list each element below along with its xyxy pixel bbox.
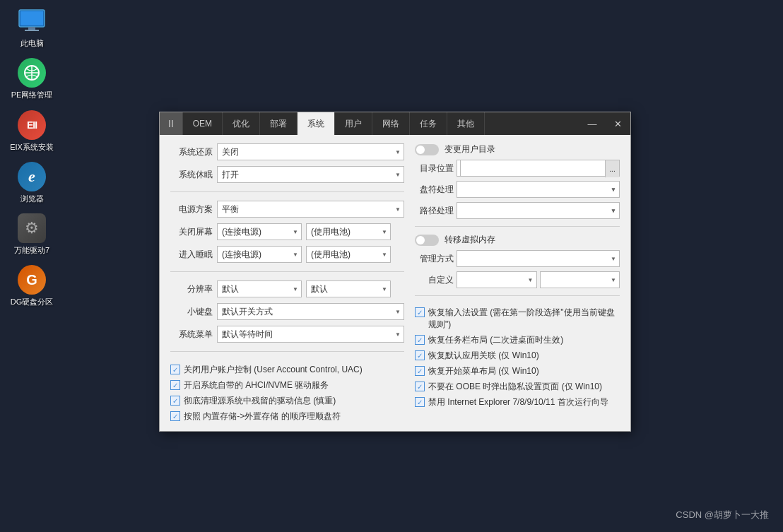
checkbox-ahci[interactable]: ✓ 开启系统自带的 AHCI/NVME 驱动服务: [170, 379, 404, 391]
checkbox-restore-input[interactable]: ✓ 恢复输入法设置 (需在第一阶段选择"使用当前键盘规则"): [415, 307, 620, 331]
sleep-row: 进入睡眠 (连接电源) (使用电池): [170, 246, 404, 263]
checkbox-no-oobe[interactable]: ✓ 不要在 OOBE 时弹出隐私设置页面 (仅 Win10): [415, 381, 620, 393]
user-dir-toggle[interactable]: [415, 144, 439, 155]
pe-network-icon-label: PE网络管理: [11, 90, 53, 100]
browser-icon-label: 浏览器: [20, 194, 44, 203]
desktop-icon-disk[interactable]: G DG硬盘分区: [7, 266, 57, 307]
custom-select1[interactable]: ▼: [457, 271, 537, 288]
checkbox-disable-ie[interactable]: ✓ 禁用 Internet Explorer 7/8/9/10/11 首次运行向…: [415, 396, 620, 408]
manage-select[interactable]: ▼: [457, 250, 620, 267]
window-controls: — ✕: [579, 112, 630, 135]
vram-toggle-row: 转移虚拟内存: [415, 234, 620, 246]
resolution-select2[interactable]: 默认: [306, 280, 391, 297]
checkbox-restore-taskbar-icon: ✓: [415, 335, 425, 345]
checkbox-storage-label: 按照 内置存储->外置存储 的顺序理顺盘符: [184, 410, 341, 422]
tab-deploy[interactable]: 部署: [260, 112, 298, 135]
path-handle-select[interactable]: ▼: [457, 202, 620, 219]
disk-handle-select[interactable]: ▼: [457, 181, 620, 198]
checkbox-restore-apps-label: 恢复默认应用关联 (仅 Win10): [428, 350, 539, 362]
keyboard-row: 小键盘 默认开关方式: [170, 303, 404, 320]
dir-location-input[interactable]: [460, 160, 616, 177]
tab-network[interactable]: 网络: [372, 112, 410, 135]
system-restore-label: 系统还原: [170, 146, 213, 158]
dir-location-input-container: ...: [457, 160, 620, 177]
system-restore-select[interactable]: 关闭: [217, 143, 404, 160]
user-dir-toggle-label: 变更用户目录: [445, 143, 495, 155]
tab-pause[interactable]: II: [160, 112, 183, 135]
system-sleep-select[interactable]: 打开: [217, 166, 404, 183]
vram-toggle[interactable]: [415, 235, 439, 246]
checkbox-uac-label: 关闭用户账户控制 (User Account Control, UAC): [184, 364, 363, 376]
eix-icon: EII: [18, 111, 46, 139]
computer-icon-label: 此电脑: [20, 38, 44, 48]
checkbox-no-oobe-icon: ✓: [415, 382, 425, 391]
tab-bar: II OEM 优化 部署 系统 用户 网络 任务 其他 — ✕: [160, 112, 630, 135]
checkbox-restore-apps-icon: ✓: [415, 350, 425, 360]
resolution-label: 分辨率: [170, 283, 213, 295]
checkbox-drivers-icon: ✓: [170, 396, 180, 406]
checkbox-restore-apps[interactable]: ✓ 恢复默认应用关联 (仅 Win10): [415, 350, 620, 362]
desktop-icon-driver[interactable]: ⚙ 万能驱动7: [7, 214, 57, 255]
dialog-window: II OEM 优化 部署 系统 用户 网络 任务 其他 — ✕ 系统还原 关闭: [159, 112, 631, 432]
close-screen-row: 关闭屏幕 (连接电源) (使用电池): [170, 223, 404, 240]
disk-handle-label: 盘符处理: [415, 184, 454, 196]
keyboard-select[interactable]: 默认开关方式: [217, 303, 404, 320]
checkbox-restore-start[interactable]: ✓ 恢复开始菜单布局 (仅 Win10): [415, 365, 620, 377]
close-button[interactable]: ✕: [605, 112, 630, 135]
system-sleep-row: 系统休眠 打开: [170, 166, 404, 183]
power-plan-label: 电源方案: [170, 203, 213, 215]
dir-location-row: 目录位置 ...: [415, 160, 620, 177]
watermark: CSDN @胡萝卜一大推: [676, 509, 769, 521]
computer-icon: [18, 7, 46, 35]
right-divider2: [415, 295, 620, 296]
custom-row: 自定义 ▼ ▼: [415, 271, 620, 288]
sleep-connected-select[interactable]: (连接电源): [217, 246, 302, 263]
close-screen-selects: (连接电源) (使用电池): [217, 223, 404, 240]
sleep-battery-select[interactable]: (使用电池): [306, 246, 391, 263]
custom-select2[interactable]: ▼: [540, 271, 620, 288]
checkbox-storage-icon: ✓: [170, 411, 180, 421]
eix-icon-label: EIX系统安装: [10, 142, 54, 152]
path-handle-label: 路径处理: [415, 205, 454, 217]
desktop-icon-eix[interactable]: EII EIX系统安装: [7, 111, 57, 152]
tab-user[interactable]: 用户: [335, 112, 372, 135]
left-panel: 系统还原 关闭 系统休眠 打开 电源方案 平衡 关闭屏幕: [170, 143, 404, 422]
checkbox-drivers[interactable]: ✓ 彻底清理源系统中残留的驱动信息 (慎重): [170, 395, 404, 407]
tab-task[interactable]: 任务: [410, 112, 447, 135]
driver-icon: ⚙: [18, 214, 46, 242]
checkbox-uac[interactable]: ✓ 关闭用户账户控制 (User Account Control, UAC): [170, 364, 404, 376]
close-screen-connected-select[interactable]: (连接电源): [217, 223, 302, 240]
resolution-select1[interactable]: 默认: [217, 280, 302, 297]
checkbox-restore-taskbar-label: 恢复任务栏布局 (二次进桌面时生效): [428, 334, 563, 346]
left-checkbox-section: ✓ 关闭用户账户控制 (User Account Control, UAC) ✓…: [170, 360, 404, 422]
close-screen-label: 关闭屏幕: [170, 226, 213, 238]
checkbox-disable-ie-label: 禁用 Internet Explorer 7/8/9/10/11 首次运行向导: [428, 396, 608, 408]
desktop-icon-pe-network[interactable]: PE网络管理: [7, 59, 57, 100]
path-handle-row: 路径处理 ▼: [415, 202, 620, 219]
svg-rect-1: [20, 11, 43, 25]
menu-select[interactable]: 默认等待时间: [217, 326, 404, 343]
tab-system[interactable]: 系统: [298, 112, 335, 135]
tab-other[interactable]: 其他: [447, 112, 485, 135]
system-sleep-label: 系统休眠: [170, 169, 213, 181]
desktop: 此电脑 PE网络管理 EII: [0, 0, 783, 532]
desktop-icon-computer[interactable]: 此电脑: [7, 7, 57, 48]
resolution-row: 分辨率 默认 默认: [170, 280, 404, 297]
minimize-button[interactable]: —: [579, 112, 605, 135]
desktop-icons: 此电脑 PE网络管理 EII: [7, 7, 57, 307]
tab-optimize[interactable]: 优化: [223, 112, 260, 135]
tab-oem[interactable]: OEM: [183, 112, 223, 135]
vram-toggle-label: 转移虚拟内存: [445, 234, 495, 246]
dir-location-btn[interactable]: ...: [605, 160, 619, 177]
checkbox-restore-taskbar[interactable]: ✓ 恢复任务栏布局 (二次进桌面时生效): [415, 334, 620, 346]
keyboard-label: 小键盘: [170, 306, 213, 318]
desktop-icon-browser[interactable]: e 浏览器: [7, 162, 57, 203]
close-screen-battery-select[interactable]: (使用电池): [306, 223, 391, 240]
tab-spacer: [485, 112, 579, 135]
right-panel: 变更用户目录 目录位置 ... 盘符处理 ▼: [415, 143, 620, 422]
checkbox-storage[interactable]: ✓ 按照 内置存储->外置存储 的顺序理顺盘符: [170, 410, 404, 422]
resolution-selects: 默认 默认: [217, 280, 404, 297]
checkbox-restore-input-icon: ✓: [415, 307, 425, 317]
checkbox-ahci-label: 开启系统自带的 AHCI/NVME 驱动服务: [184, 379, 329, 391]
power-plan-select[interactable]: 平衡: [217, 201, 404, 218]
